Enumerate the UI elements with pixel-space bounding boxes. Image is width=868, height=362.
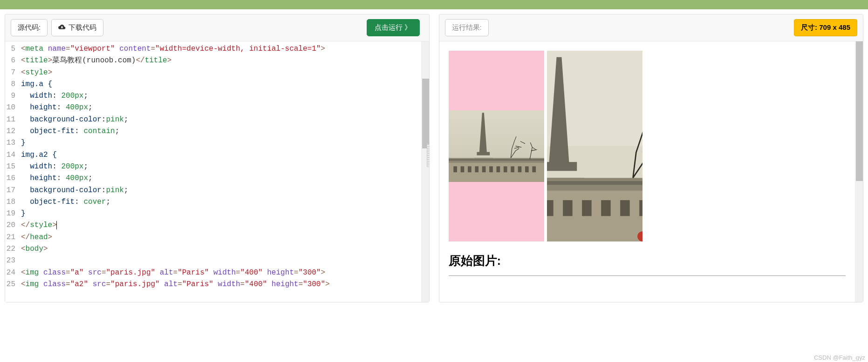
code-editor[interactable]: 5678910111213141516171819202122232425 <m… [5,41,429,302]
source-label-button[interactable]: 源代码: [11,19,48,36]
code-line[interactable]: object-fit: contain; [21,126,418,137]
svg-rect-11 [482,167,485,173]
top-banner [0,0,868,9]
svg-rect-28 [547,200,554,216]
preview-images-row [449,51,846,241]
svg-rect-18 [532,167,536,173]
svg-rect-12 [489,167,493,173]
preview-scrollbar[interactable] [855,41,863,302]
code-line[interactable]: <meta name="viewport" content="width=dev… [21,43,418,55]
result-label-text: 运行结果: [452,23,482,31]
svg-rect-33 [639,200,642,216]
main-layout: 源代码: 下载代码 点击运行 》 56789101112131415161718… [0,9,868,307]
svg-rect-7 [453,167,457,173]
editor-scroll-thumb[interactable] [422,79,429,148]
code-line[interactable]: height: 400px; [21,102,418,114]
size-text: 尺寸: 709 x 485 [801,23,850,31]
code-line[interactable]: img.a2 { [21,149,418,161]
preview-body: 原始图片: [439,41,863,302]
code-area[interactable]: <meta name="viewport" content="width=dev… [18,41,421,302]
svg-rect-14 [503,167,507,173]
editor-scrollbar[interactable] [421,41,429,302]
svg-rect-9 [468,167,472,173]
svg-rect-17 [525,167,529,173]
svg-rect-29 [563,200,573,216]
code-line[interactable]: <style> [21,67,418,79]
svg-rect-30 [582,200,592,216]
code-line[interactable]: img.a { [21,79,418,90]
code-line[interactable]: </style> [21,220,418,231]
image-contain [449,51,544,241]
code-line[interactable]: <title>菜鸟教程(runoob.com)</title> [21,55,418,67]
code-line[interactable] [21,255,418,267]
code-line[interactable]: width: 200px; [21,90,418,102]
source-pane: 源代码: 下载代码 点击运行 》 56789101112131415161718… [5,14,430,302]
code-line[interactable]: } [21,208,418,220]
code-line[interactable]: background-color:pink; [21,185,418,196]
svg-rect-32 [620,200,630,216]
run-label: 点击运行 》 [375,23,411,32]
download-label: 下载代码 [68,23,96,32]
svg-rect-25 [547,181,642,185]
cloud-download-icon [58,24,66,32]
svg-rect-16 [518,167,521,173]
code-line[interactable]: <img class="a2" src="paris.jpg" alt="Par… [21,279,418,290]
preview-scroll-thumb[interactable] [856,41,863,181]
svg-rect-5 [449,159,544,161]
run-button[interactable]: 点击运行 》 [367,19,419,36]
code-line[interactable]: <img class="a" src="paris.jpg" alt="Pari… [21,267,418,279]
size-badge: 尺寸: 709 x 485 [794,19,857,36]
preview-content: 原始图片: [439,41,855,302]
code-line[interactable]: </head> [21,232,418,243]
result-label-button: 运行结果: [445,19,489,36]
code-line[interactable]: width: 200px; [21,161,418,173]
download-button[interactable]: 下载代码 [51,19,103,36]
line-gutter: 5678910111213141516171819202122232425 [5,41,18,302]
code-line[interactable]: background-color:pink; [21,114,418,126]
result-toolbar: 运行结果: 尺寸: 709 x 485 [439,14,863,41]
split-handle[interactable] [427,144,429,167]
svg-rect-8 [460,167,464,173]
svg-rect-22 [547,162,577,171]
code-line[interactable]: object-fit: cover; [21,196,418,208]
svg-rect-31 [601,200,611,216]
result-pane: 运行结果: 尺寸: 709 x 485 [439,14,864,302]
code-line[interactable]: } [21,137,418,149]
preview-divider [449,275,846,276]
preview-heading: 原始图片: [449,253,846,269]
svg-rect-13 [496,167,500,173]
paris-image-contain [449,110,544,182]
code-line[interactable]: height: 400px; [21,173,418,184]
svg-rect-15 [511,167,514,173]
paris-image-cover [547,51,642,241]
svg-rect-10 [475,167,478,173]
source-label-text: 源代码: [18,23,41,32]
svg-rect-2 [477,152,490,155]
code-line[interactable]: <body> [21,243,418,255]
image-cover [547,51,642,241]
source-toolbar: 源代码: 下载代码 点击运行 》 [5,14,429,41]
